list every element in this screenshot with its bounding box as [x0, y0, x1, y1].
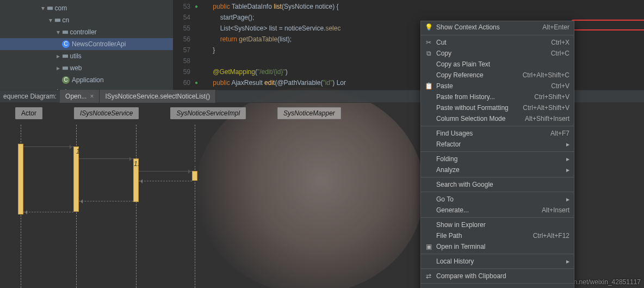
- diagram-actor[interactable]: Actor: [15, 107, 42, 119]
- line-number: 53: [173, 1, 195, 12]
- class-icon: C: [62, 40, 70, 48]
- menu-search-google[interactable]: Search with Google: [421, 179, 574, 190]
- menu-show-context-actions[interactable]: 💡Show Context ActionsAlt+Enter: [421, 21, 574, 33]
- diagram-lifeline-impl[interactable]: SysNoticeServiceImpl: [170, 107, 246, 119]
- menu-file-path[interactable]: File PathCtrl+Alt+F12: [421, 230, 574, 241]
- package-icon: [62, 52, 68, 60]
- lifeline: [136, 125, 137, 288]
- close-icon[interactable]: ×: [90, 93, 94, 100]
- tree-item-cn[interactable]: ▾ cn: [0, 14, 173, 26]
- line-number: 57: [173, 45, 195, 56]
- menu-separator: [421, 217, 574, 218]
- highlight-box: [572, 20, 644, 30]
- tree-item-application[interactable]: C Application: [0, 74, 173, 86]
- menu-folding[interactable]: Folding▸: [421, 154, 574, 164]
- package-icon: [47, 4, 53, 12]
- tree-item-docker[interactable]: ▸ docker: [0, 86, 173, 90]
- activation-bar: [192, 171, 197, 181]
- menu-analyze[interactable]: Analyze▸: [421, 164, 574, 175]
- copy-icon: ⧉: [424, 50, 433, 57]
- tree-item-newscontrollerapi[interactable]: C NewsControllerApi: [0, 38, 173, 50]
- menu-local-history[interactable]: Local History▸: [421, 256, 574, 267]
- diagram-lifeline-svc[interactable]: ISysNoticeService: [74, 107, 139, 119]
- tree-item-com[interactable]: ▾ com: [0, 2, 173, 14]
- package-icon: [62, 28, 68, 36]
- menu-open-terminal[interactable]: ▣Open in Terminal: [421, 241, 574, 252]
- expand-icon: ▸: [54, 64, 62, 72]
- menu-paste-history[interactable]: Paste from History...Ctrl+Shift+V: [421, 91, 574, 102]
- return-arrow-icon: [79, 201, 133, 201]
- project-tree[interactable]: ▾ com ▾ cn ▾ controller C NewsController…: [0, 0, 173, 90]
- app-root: ▾ com ▾ cn ▾ controller C NewsController…: [0, 0, 644, 288]
- menu-separator: [421, 268, 574, 269]
- menu-separator: [421, 254, 574, 254]
- collapse-icon: ▾: [47, 16, 54, 24]
- bulb-icon: 💡: [424, 23, 433, 31]
- menu-paste-no-format[interactable]: Paste without FormattingCtrl+Alt+Shift+V: [421, 102, 574, 113]
- terminal-icon: ▣: [424, 243, 433, 250]
- menu-copy[interactable]: ⧉CopyCtrl+C: [421, 48, 574, 59]
- submenu-icon: ▸: [566, 258, 569, 265]
- context-menu: 💡Show Context ActionsAlt+Enter ✂CutCtrl+…: [420, 21, 574, 288]
- arrow-icon: [139, 171, 192, 171]
- tree-item-utils[interactable]: ▸ utils: [0, 50, 173, 62]
- line-number: 54: [173, 12, 195, 23]
- menu-refactor[interactable]: Refactor▸: [421, 139, 574, 150]
- paste-icon: 📋: [424, 82, 433, 90]
- tree-label: cn: [63, 16, 70, 24]
- submenu-icon: ▸: [566, 195, 569, 203]
- expand-icon: ▸: [54, 52, 62, 60]
- package-icon: [62, 64, 68, 72]
- menu-separator: [421, 177, 574, 177]
- menu-separator: [421, 126, 574, 126]
- activation-bar: [18, 144, 23, 215]
- diagram-message: 1:selectNoticeList: [16, 134, 67, 142]
- menu-separator: [421, 192, 574, 192]
- menu-copy-plain[interactable]: Copy as Plain Text: [421, 59, 574, 70]
- run-gutter-icon[interactable]: ●: [195, 1, 206, 12]
- menu-generate[interactable]: Generate...Alt+Insert: [421, 205, 574, 216]
- return-arrow-icon: [139, 181, 192, 181]
- menu-goto[interactable]: Go To▸: [421, 194, 574, 205]
- menu-separator: [421, 35, 574, 35]
- menu-compare-clipboard[interactable]: ⇄Compare with Clipboard: [421, 271, 574, 281]
- menu-paste[interactable]: 📋PasteCtrl+V: [421, 81, 574, 91]
- tree-label: NewsControllerApi: [72, 40, 126, 48]
- arrow-icon: [23, 146, 73, 147]
- diagram-message: 1.1.1:selectNoticeList: [134, 160, 196, 168]
- menu-show-explorer[interactable]: Show in Explorer: [421, 219, 574, 230]
- tab-open[interactable]: Open...×: [60, 90, 100, 103]
- tree-item-controller[interactable]: ▾ controller: [0, 26, 173, 38]
- tree-label: utils: [70, 52, 82, 60]
- panel-title: equence Diagram:: [0, 93, 60, 100]
- package-icon: [54, 16, 60, 24]
- arrow-icon: [79, 158, 133, 159]
- menu-column-selection[interactable]: Column Selection ModeAlt+Shift+Insert: [421, 113, 574, 124]
- collapse-icon: ▾: [54, 28, 62, 36]
- tab-sequence[interactable]: ISysNoticeService.selectNoticeList(): [100, 90, 216, 103]
- return-arrow-icon: [23, 212, 73, 212]
- line-number: 55: [173, 23, 195, 34]
- menu-separator: [421, 151, 574, 152]
- tree-label: Application: [72, 76, 104, 84]
- diagram-message: 1.1:selectNoticeList: [76, 148, 133, 155]
- tree-label: controller: [70, 28, 97, 36]
- menu-copy-reference[interactable]: Copy ReferenceCtrl+Alt+Shift+C: [421, 70, 574, 81]
- tree-label: web: [70, 64, 82, 72]
- compare-icon: ⇄: [424, 272, 433, 280]
- menu-find-usages[interactable]: Find UsagesAlt+F7: [421, 128, 574, 139]
- menu-restore-sql[interactable]: ⟲Restore Sql from Selection: [421, 285, 574, 288]
- run-gutter-icon[interactable]: ●: [195, 77, 206, 88]
- class-run-icon: C: [62, 76, 70, 84]
- diagram-lifeline-mapper[interactable]: SysNoticeMapper: [277, 107, 341, 119]
- lifeline: [195, 125, 195, 288]
- line-number: 56: [173, 34, 195, 45]
- tree-item-web[interactable]: ▸ web: [0, 62, 173, 74]
- menu-cut[interactable]: ✂CutCtrl+X: [421, 37, 574, 48]
- tree-label: com: [55, 4, 67, 12]
- line-number: 58: [173, 56, 195, 66]
- submenu-icon: ▸: [566, 166, 569, 174]
- collapse-icon: ▾: [39, 4, 47, 12]
- submenu-icon: ▸: [566, 140, 569, 148]
- line-number: 59: [173, 66, 195, 77]
